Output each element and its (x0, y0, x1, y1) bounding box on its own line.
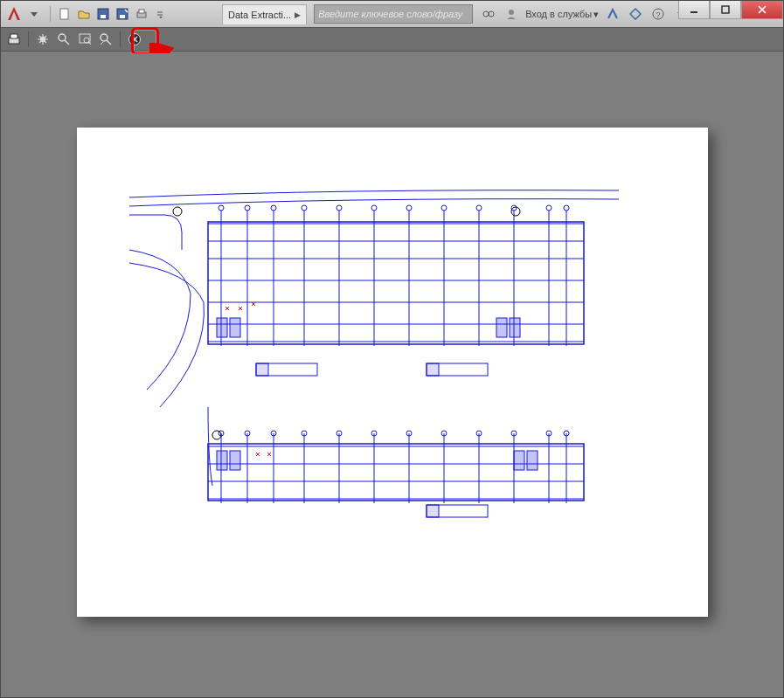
svg-rect-56 (217, 451, 227, 470)
svg-rect-57 (230, 451, 240, 470)
svg-point-29 (406, 205, 412, 211)
svg-rect-12 (690, 11, 697, 13)
svg-point-31 (476, 205, 482, 211)
title-bar: Data Extracti... ▶ Вход в службы ▾ ? (1, 1, 783, 27)
app-menu-button[interactable] (4, 4, 24, 24)
drawing-content (77, 128, 708, 617)
svg-rect-4 (120, 15, 125, 18)
stayconnected-icon[interactable] (480, 5, 497, 23)
infocenter: Вход в службы ▾ ? (480, 5, 690, 23)
saveas-icon[interactable] (114, 5, 131, 23)
minimize-button[interactable] (678, 1, 710, 19)
close-preview-button[interactable] (125, 30, 144, 49)
separator (120, 31, 121, 47)
svg-point-7 (483, 11, 489, 17)
svg-rect-61 (427, 505, 439, 517)
app-window: Data Extracti... ▶ Вход в службы ▾ ? (0, 0, 784, 698)
app-icon[interactable] (627, 5, 644, 23)
svg-point-63 (511, 207, 520, 216)
svg-rect-58 (514, 451, 524, 470)
save-icon[interactable] (94, 5, 112, 23)
svg-point-34 (564, 205, 569, 211)
svg-text:?: ? (656, 10, 661, 19)
svg-rect-2 (101, 15, 106, 18)
svg-rect-40 (230, 318, 240, 337)
svg-point-62 (173, 207, 182, 216)
new-icon[interactable] (56, 5, 73, 23)
svg-point-20 (101, 34, 108, 41)
svg-rect-6 (139, 10, 144, 13)
svg-point-9 (509, 10, 514, 15)
exchange-apps-icon[interactable] (604, 5, 621, 23)
svg-point-16 (40, 37, 45, 42)
svg-point-30 (441, 205, 447, 211)
app-menu-dropdown-icon[interactable] (25, 5, 43, 23)
zoom-window-button[interactable] (75, 30, 94, 49)
svg-point-23 (219, 205, 224, 211)
svg-point-33 (546, 205, 552, 211)
svg-point-25 (271, 205, 276, 211)
svg-rect-38 (427, 363, 439, 376)
svg-rect-59 (527, 451, 538, 470)
search-input[interactable] (315, 5, 472, 23)
search-box[interactable] (314, 4, 473, 24)
plot-preview-sheet (77, 128, 708, 617)
print-icon[interactable] (133, 5, 150, 23)
svg-point-17 (59, 34, 66, 41)
help-icon[interactable]: ? (649, 5, 667, 23)
sign-in-label: Вход в службы (525, 9, 592, 19)
svg-point-28 (371, 205, 377, 211)
user-icon[interactable] (503, 5, 520, 23)
separator (28, 31, 29, 47)
svg-rect-13 (722, 6, 729, 13)
separator (50, 6, 51, 22)
zoom-button[interactable] (54, 30, 73, 49)
svg-point-26 (302, 205, 307, 211)
quick-access-toolbar (46, 5, 170, 23)
svg-point-8 (489, 11, 494, 17)
svg-rect-41 (496, 318, 507, 337)
pan-button[interactable] (33, 30, 52, 49)
svg-rect-39 (217, 318, 227, 337)
svg-point-27 (336, 205, 342, 211)
document-title: Data Extracti... (228, 10, 291, 20)
svg-rect-15 (10, 34, 17, 38)
chevron-down-icon: ▾ (593, 9, 599, 20)
preview-toolbar (1, 27, 783, 52)
document-title-tab[interactable]: Data Extracti... ▶ (222, 4, 307, 24)
svg-rect-36 (256, 363, 268, 376)
svg-rect-22 (208, 222, 584, 344)
chevron-right-icon: ▶ (295, 10, 301, 19)
zoom-previous-button[interactable] (96, 30, 115, 49)
svg-rect-42 (510, 318, 520, 337)
preview-canvas[interactable] (6, 53, 778, 690)
maximize-button[interactable] (710, 1, 741, 19)
qat-more-icon[interactable] (152, 5, 170, 23)
open-icon[interactable] (75, 5, 93, 23)
plot-button[interactable] (4, 30, 24, 49)
svg-point-24 (245, 205, 250, 211)
sign-in-dropdown[interactable]: Вход в службы ▾ (525, 9, 599, 20)
svg-rect-0 (60, 9, 68, 19)
window-controls (678, 1, 783, 19)
close-window-button[interactable] (741, 1, 783, 19)
